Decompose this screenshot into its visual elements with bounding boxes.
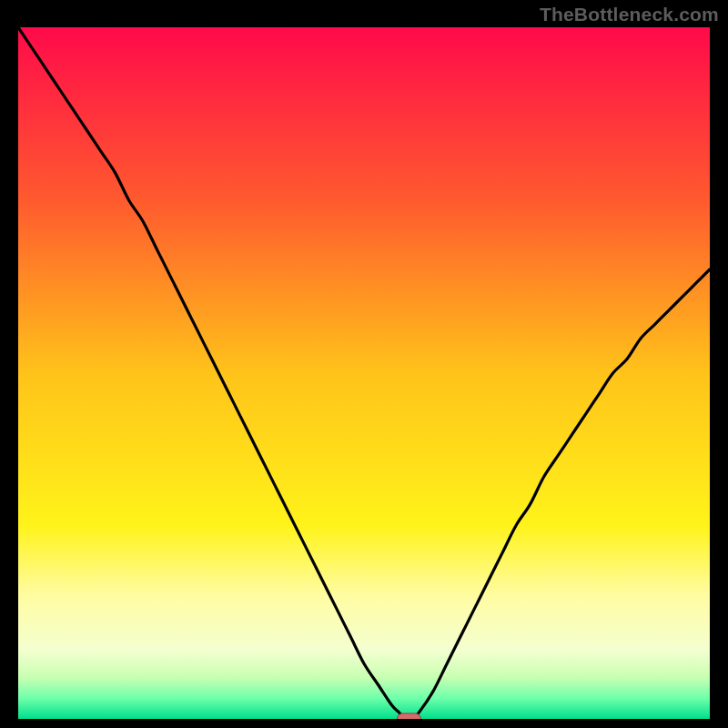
attribution-label: TheBottleneck.com [540,4,719,25]
marker-optimal-point [397,713,420,719]
optimal-marker-group [397,713,420,719]
plot-area [18,27,710,719]
bottleneck-chart [18,27,710,719]
chart-frame: TheBottleneck.com [0,0,728,728]
gradient-background [18,27,710,719]
svg-rect-0 [397,713,420,719]
